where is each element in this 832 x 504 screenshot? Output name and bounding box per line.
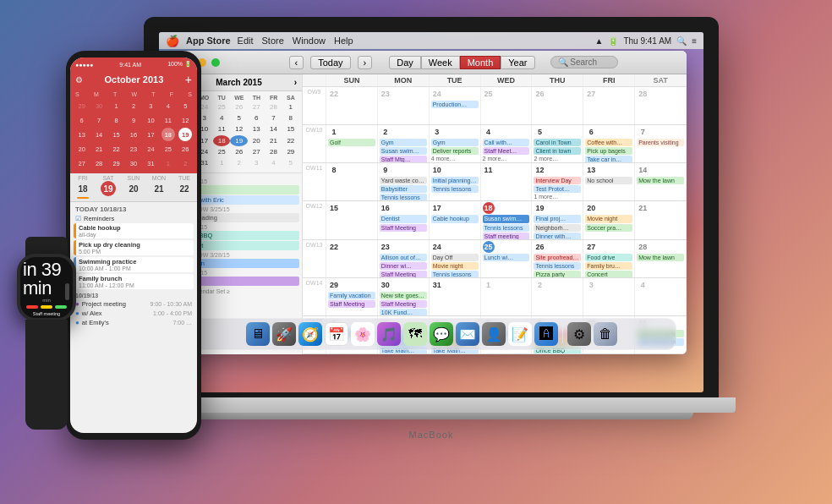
event-staff-7[interactable]: Staff Meeting xyxy=(380,300,427,308)
day-oct2[interactable]: 2 xyxy=(127,99,140,112)
day-nov1[interactable]: 1 xyxy=(161,156,175,170)
day-oct3[interactable]: 3 xyxy=(144,99,157,112)
iphone-event-brunch[interactable]: Family brunch 11:00 AM - 12:00 PM xyxy=(74,274,194,289)
day-mar21[interactable]: 21 xyxy=(635,201,687,238)
dock-trash[interactable]: 🗑 xyxy=(594,322,617,346)
day-mar12[interactable]: 12 Interview Day Test Protot… 1 more… xyxy=(532,163,583,200)
event-mow-2[interactable]: Mow the lawn xyxy=(637,254,684,261)
event-final-proj[interactable]: Final proj… xyxy=(534,215,581,222)
day-oct16[interactable]: 16 xyxy=(127,128,140,141)
day-sep29[interactable]: 29 xyxy=(75,99,89,112)
event-tennis-4[interactable]: Tennis lessons xyxy=(431,271,479,277)
more-link-3[interactable]: 2 more… xyxy=(534,156,581,162)
day-oct14[interactable]: 14 xyxy=(92,128,106,141)
day-oct22[interactable]: 22 xyxy=(110,142,123,156)
more-link-2[interactable]: 2 more… xyxy=(483,156,530,162)
event-staff-5[interactable]: Staff Meeting xyxy=(380,271,427,277)
day-oct6[interactable]: 6 xyxy=(75,113,89,127)
day-sep30[interactable]: 30 xyxy=(92,99,106,112)
event-carol[interactable]: Carol in Town xyxy=(534,139,581,146)
day-nov2[interactable]: 2 xyxy=(178,156,192,170)
day-oct4[interactable]: 4 xyxy=(161,99,175,112)
day-oct19[interactable]: 19 xyxy=(178,128,192,141)
day-mar17[interactable]: 17 Cable hookup xyxy=(430,201,481,238)
day-feb24[interactable]: 24 Production… xyxy=(430,87,481,124)
day-oct13[interactable]: 13 xyxy=(75,128,89,141)
event-neighbor[interactable]: Neighborh… xyxy=(534,224,581,232)
menu-edit[interactable]: Edit xyxy=(238,36,254,46)
day-apr2[interactable]: 2 xyxy=(532,278,583,315)
day-oct18[interactable]: 18 xyxy=(161,128,175,141)
iphone-project-meeting[interactable]: ● Project meeting 9:00 - 10:30 AM xyxy=(74,299,194,309)
day-mar22[interactable]: 22 xyxy=(326,240,378,277)
iphone-alex-meeting[interactable]: ● w/ Alex 1:00 - 4:00 PM xyxy=(74,309,194,318)
event-family-vac[interactable]: Family vacation xyxy=(328,292,375,299)
calendar-search[interactable]: 🔍 Search xyxy=(550,56,618,68)
day-mar19[interactable]: 19 Final proj… Neighborh… Dinner with… xyxy=(532,201,583,238)
day-mar9[interactable]: 9 Yard waste col… Babysitter Tennis less… xyxy=(378,163,430,200)
event-babysitter[interactable]: Babysitter xyxy=(380,185,427,193)
event-client[interactable]: Client in town xyxy=(534,147,581,155)
dock-contacts[interactable]: 👤 xyxy=(482,322,506,346)
apple-menu[interactable]: 🍎 xyxy=(166,35,179,47)
event-lunch-w[interactable]: Lunch wi… xyxy=(483,254,530,261)
iphone-event-swimming[interactable]: Swimming practice 10:00 AM - 1:00 PM xyxy=(74,257,194,272)
day-oct5[interactable]: 5 xyxy=(178,99,192,112)
event-soccer-1[interactable]: Soccer pra… xyxy=(585,224,632,232)
event-deliver[interactable]: Deliver reports xyxy=(431,147,479,155)
event-coffee[interactable]: Coffee with… xyxy=(585,139,632,146)
event-tennis-lessons-2[interactable]: Tennis lessons xyxy=(431,185,479,193)
reminder-checkbox[interactable]: ☑ xyxy=(75,215,81,222)
menu-icon[interactable]: ≡ xyxy=(692,36,697,46)
dock-finder[interactable]: 🖥 xyxy=(246,322,270,346)
dock-mail[interactable]: ✉️ xyxy=(456,322,479,346)
dock-appstore[interactable]: 🅰 xyxy=(534,322,558,346)
today-button[interactable]: Today xyxy=(310,56,350,69)
event-no-school[interactable]: No school xyxy=(585,177,632,184)
day-oct26[interactable]: 26 xyxy=(178,142,192,156)
day-mar7[interactable]: 7 Parents visiting xyxy=(635,125,687,162)
iphone-event-dry-cleaning[interactable]: Pick up dry cleaning 5:00 PM xyxy=(74,240,194,255)
day-oct24[interactable]: 24 xyxy=(144,142,157,156)
event-gym-2[interactable]: Gym xyxy=(431,139,479,146)
iphone-settings-icon[interactable]: ⚙ xyxy=(75,75,83,85)
day-oct11[interactable]: 11 xyxy=(161,113,175,127)
event-tennis-1[interactable]: Tennis lessons xyxy=(380,194,427,200)
day-oct7[interactable]: 7 xyxy=(92,113,106,127)
day-mar4[interactable]: 4 Call with… Staff Meet… 2 more… xyxy=(481,125,533,162)
day-oct20[interactable]: 20 xyxy=(75,142,89,156)
tab-day[interactable]: Day xyxy=(389,56,421,69)
day-mar16[interactable]: 16 Dentist Staff Meeting xyxy=(378,201,430,238)
event-yard[interactable]: Yard waste col… xyxy=(380,177,427,184)
event-staff-4[interactable]: Staff meeting xyxy=(483,233,530,239)
day-mar15[interactable]: 15 xyxy=(326,201,378,238)
day-feb28[interactable]: 28 xyxy=(635,87,687,124)
event-movie-night-1[interactable]: Movie night xyxy=(585,215,632,222)
iphone-emily-event[interactable]: ● at Emily's 7:00 … xyxy=(74,318,194,327)
menu-store[interactable]: Store xyxy=(262,36,284,46)
day-oct27[interactable]: 27 xyxy=(75,156,89,170)
event-10k[interactable]: 10K Fund… xyxy=(380,309,427,315)
event-allison[interactable]: Allison out of… xyxy=(380,254,427,261)
event-new-site[interactable]: New site goes live xyxy=(380,292,427,299)
day-apr3[interactable]: 3 xyxy=(583,278,635,315)
iphone-event-cable[interactable]: Cable hookup all-day xyxy=(74,223,194,238)
day-mar25[interactable]: 25 Lunch wi… xyxy=(481,240,533,277)
event-staff-3[interactable]: Staff Meeting xyxy=(380,224,427,232)
day-mar3[interactable]: 3 Gym Deliver reports 4 more… xyxy=(430,125,481,162)
day-mar18[interactable]: 18 Susan swim… Tennis lessons Staff meet… xyxy=(481,201,533,238)
day-oct25[interactable]: 25 xyxy=(161,142,175,156)
day-mar11[interactable]: 11 xyxy=(481,163,533,200)
dock-reminders[interactable]: 📝 xyxy=(508,322,532,346)
dock-itunes[interactable]: 🎵 xyxy=(377,322,401,346)
event-tennis-5[interactable]: Tennis lessons xyxy=(534,262,581,270)
event-parents[interactable]: Parents visiting xyxy=(637,139,684,146)
event-test-proto[interactable]: Test Protot… xyxy=(534,185,581,193)
event-mow-1[interactable]: Mow the lawn xyxy=(637,177,684,184)
dock-calendar[interactable]: 📅 xyxy=(325,322,348,346)
more-link-4[interactable]: 1 more… xyxy=(534,194,581,200)
day-oct30[interactable]: 30 xyxy=(127,156,140,170)
dock-messages[interactable]: 💬 xyxy=(430,322,453,346)
dock-systemprefs[interactable]: ⚙ xyxy=(567,322,591,346)
event-production[interactable]: Production… xyxy=(431,101,479,108)
